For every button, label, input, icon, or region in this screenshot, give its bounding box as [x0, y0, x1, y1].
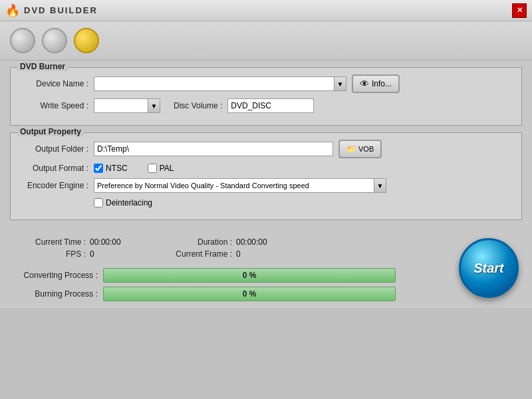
app-title: DVD BUILDER	[24, 5, 98, 15]
output-property-title: Output Property	[17, 127, 84, 136]
write-speed-dropdown[interactable]: ▼	[94, 98, 160, 113]
pal-checkbox-wrapper[interactable]: PAL	[148, 164, 174, 173]
pal-checkbox[interactable]	[148, 164, 157, 173]
duration-value: 00:00:00	[236, 237, 303, 247]
output-format-label: Output Format :	[21, 164, 94, 173]
converting-progress-bar: 0 %	[103, 268, 396, 283]
ntsc-label: NTSC	[106, 164, 128, 173]
output-format-row: Output Format : NTSC PAL	[21, 164, 511, 173]
toolbar-button-3[interactable]	[74, 28, 99, 53]
device-dropdown-arrow[interactable]: ▼	[334, 77, 346, 90]
encoder-engine-row: Encoder Engine : Preference by Normal Vi…	[21, 178, 511, 193]
deinterlacing-checkbox-wrapper[interactable]: Deinterlacing	[94, 198, 152, 207]
encoder-engine-value: Preference by Normal Video Quality - Sta…	[94, 182, 312, 190]
fps-row: FPS : 0 Current Frame : 0	[10, 249, 522, 259]
burning-progress-value: 0 %	[243, 289, 257, 299]
device-name-dropdown[interactable]: ▼	[94, 76, 346, 91]
converting-row: Converting Process : 0 %	[10, 268, 522, 283]
eye-icon: 👁	[360, 78, 369, 89]
disc-volume-label: Disc Volume :	[174, 101, 222, 110]
duration-label: Duration :	[156, 237, 236, 247]
converting-label: Converting Process :	[10, 271, 103, 280]
ntsc-checkbox-wrapper[interactable]: NTSC	[94, 164, 128, 173]
encoder-dropdown-arrow[interactable]: ▼	[374, 179, 386, 192]
title-bar-left: 🔥 DVD BUILDER	[5, 3, 98, 18]
info-button-label: Info...	[372, 79, 392, 88]
output-folder-row: Output Folder : 📁 VOB	[21, 140, 511, 158]
deinterlacing-row: Deinterlacing	[21, 198, 511, 207]
burning-row: Burning Process : 0 %	[10, 287, 522, 301]
dvd-burner-title: DVD Burner	[17, 62, 68, 71]
start-button[interactable]: Start	[459, 238, 519, 298]
write-speed-row: Write Speed : ▼ Disc Volume :	[21, 98, 511, 113]
fps-label: FPS :	[10, 249, 90, 259]
toolbar-button-2[interactable]	[42, 28, 67, 53]
bottom-area: Current Time : 00:00:00 Duration : 00:00…	[0, 233, 532, 308]
current-frame-label: Current Frame :	[156, 249, 236, 259]
disc-volume-input[interactable]	[227, 98, 314, 113]
progress-section: Converting Process : 0 % Burning Process…	[0, 265, 532, 308]
title-bar: 🔥 DVD BUILDER ✕	[0, 0, 532, 21]
start-button-label: Start	[473, 261, 504, 276]
start-button-wrap: Start	[459, 238, 519, 298]
device-name-row: Device Name : ▼ 👁 Info...	[21, 74, 511, 93]
burning-label: Burning Process :	[10, 289, 103, 299]
encoder-engine-dropdown[interactable]: Preference by Normal Video Quality - Sta…	[94, 178, 386, 193]
write-speed-label: Write Speed :	[21, 101, 94, 110]
device-name-label: Device Name :	[21, 79, 94, 88]
toolbar-button-1[interactable]	[10, 28, 35, 53]
folder-icon: 📁	[346, 145, 356, 154]
flame-icon: 🔥	[5, 3, 20, 18]
current-time-label: Current Time :	[10, 237, 90, 247]
fps-value: 0	[90, 249, 156, 259]
toolbar	[0, 21, 532, 61]
info-button[interactable]: 👁 Info...	[352, 74, 400, 93]
vob-button[interactable]: 📁 VOB	[338, 140, 382, 158]
output-folder-label: Output Folder :	[21, 144, 94, 154]
current-time-value: 00:00:00	[90, 237, 156, 247]
output-folder-input[interactable]	[94, 142, 333, 156]
vob-button-label: VOB	[358, 145, 374, 153]
deinterlacing-checkbox[interactable]	[94, 198, 103, 207]
close-button[interactable]: ✕	[512, 3, 527, 18]
output-property-group: Output Property Output Folder : 📁 VOB Ou…	[10, 132, 522, 220]
encoder-engine-label: Encoder Engine :	[21, 181, 94, 190]
dvd-burner-group: DVD Burner Device Name : ▼ 👁 Info... Wri…	[10, 67, 522, 126]
converting-progress-value: 0 %	[243, 271, 257, 280]
main-content: DVD Burner Device Name : ▼ 👁 Info... Wri…	[0, 61, 532, 233]
write-speed-arrow[interactable]: ▼	[148, 99, 160, 112]
deinterlacing-label: Deinterlacing	[106, 198, 152, 207]
time-row: Current Time : 00:00:00 Duration : 00:00…	[10, 237, 522, 247]
burning-progress-bar: 0 %	[103, 287, 396, 301]
current-frame-value: 0	[236, 249, 303, 259]
ntsc-checkbox[interactable]	[94, 164, 103, 173]
pal-label: PAL	[160, 164, 174, 173]
info-section: Current Time : 00:00:00 Duration : 00:00…	[0, 233, 532, 265]
